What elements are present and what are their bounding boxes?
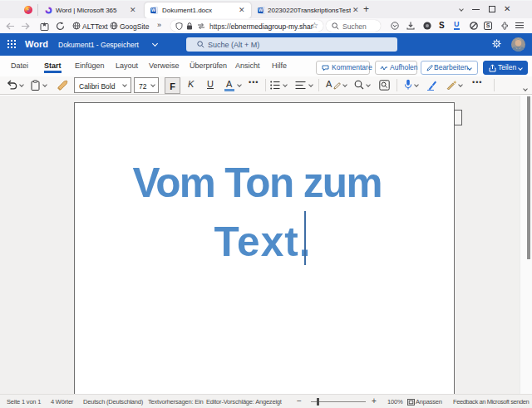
svg-text:W: W xyxy=(151,7,156,12)
svg-text:W: W xyxy=(259,7,264,12)
